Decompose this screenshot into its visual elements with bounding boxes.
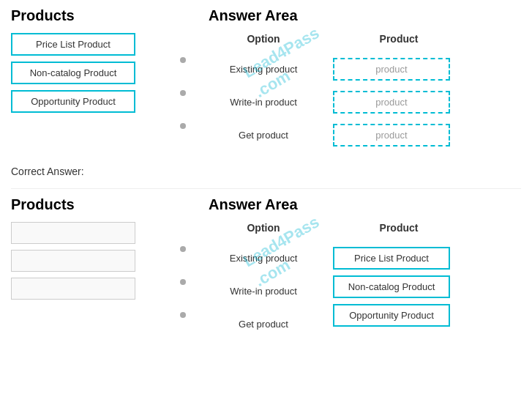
section2: Products Answer Area Lead4Pass.com Optio… — [11, 196, 521, 346]
option-col-header-1: Option — [209, 33, 318, 45]
option-col-2: Option Existing product Write-in product… — [209, 222, 318, 346]
product-item-2-0 — [11, 222, 135, 244]
section1: Products Price List Product Non-catalog … — [11, 7, 521, 157]
dot-2-2 — [180, 312, 186, 318]
divider — [11, 188, 521, 189]
answer-area-2: Answer Area Lead4Pass.com Option Existin… — [194, 196, 521, 346]
product-item-2-2 — [11, 278, 135, 300]
product-col-1: Product product product product — [333, 33, 465, 157]
option-item-2-1: Write-in product — [209, 280, 318, 303]
product-item-2-1 — [11, 250, 135, 272]
dot-1-1 — [180, 90, 186, 96]
option-col-header-2: Option — [209, 222, 318, 234]
connector-dots-1 — [172, 29, 194, 157]
products-title-2: Products — [11, 196, 172, 213]
option-item-2-0: Existing product — [209, 247, 318, 270]
dot-1-2 — [180, 123, 186, 129]
products-panel-1: Products Price List Product Non-catalog … — [11, 7, 172, 157]
answer-product-2-1[interactable]: Non-catalog Product — [333, 275, 450, 298]
option-item-1-1: Write-in product — [209, 91, 318, 114]
option-col-1: Option Existing product Write-in product… — [209, 33, 318, 157]
answer-product-1-1[interactable]: product — [333, 91, 450, 114]
dot-2-1 — [180, 279, 186, 285]
product-col-header-2: Product — [333, 222, 465, 234]
option-item-2-2: Get product — [209, 313, 318, 335]
answer-title-1: Answer Area — [209, 7, 521, 24]
connector-dots-2 — [172, 218, 194, 346]
product-col-2: Product Price List Product Non-catalog P… — [333, 222, 465, 346]
product-item-1-1[interactable]: Non-catalog Product — [11, 62, 135, 84]
option-item-1-2: Get product — [209, 124, 318, 146]
product-item-1-0[interactable]: Price List Product — [11, 33, 135, 56]
answer-table-2: Lead4Pass.com Option Existing product Wr… — [209, 222, 521, 346]
products-title-1: Products — [11, 7, 172, 24]
option-item-1-0: Existing product — [209, 58, 318, 81]
main-container: Products Price List Product Non-catalog … — [0, 0, 532, 360]
products-panel-2: Products — [11, 196, 172, 346]
dot-2-0 — [180, 246, 186, 252]
correct-answer-label: Correct Answer: — [11, 166, 521, 177]
answer-table-1: Lead4Pass.com Option Existing product Wr… — [209, 33, 521, 157]
answer-product-1-2[interactable]: product — [333, 124, 450, 146]
answer-title-2: Answer Area — [209, 196, 521, 213]
product-item-1-2[interactable]: Opportunity Product — [11, 90, 135, 113]
answer-area-1: Answer Area Lead4Pass.com Option Existin… — [194, 7, 521, 157]
dot-1-0 — [180, 57, 186, 63]
answer-product-1-0[interactable]: product — [333, 58, 450, 81]
answer-product-2-2[interactable]: Opportunity Product — [333, 304, 450, 327]
answer-product-2-0[interactable]: Price List Product — [333, 247, 450, 270]
product-col-header-1: Product — [333, 33, 465, 45]
